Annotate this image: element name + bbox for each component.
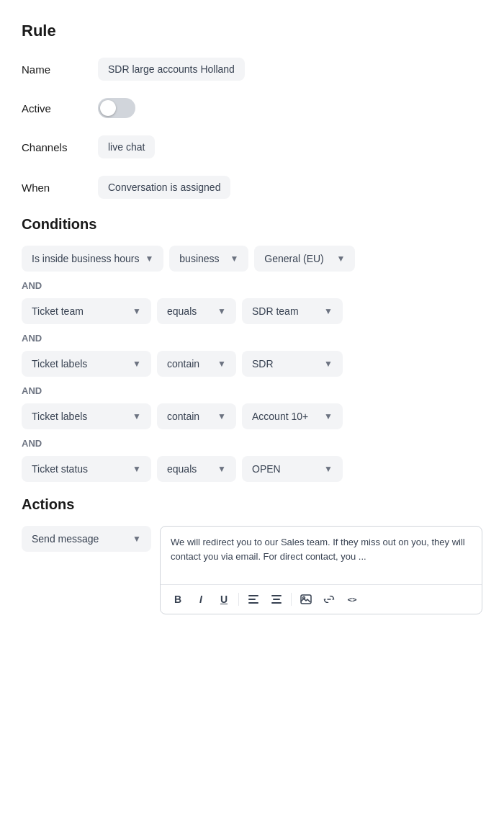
active-label: Active bbox=[22, 102, 86, 115]
condition-5-col2-dropdown[interactable]: equals ▼ bbox=[157, 456, 236, 482]
and-label-1: AND bbox=[22, 280, 482, 291]
condition-4-col2-label: contain bbox=[167, 411, 199, 422]
chevron-down-icon: ▼ bbox=[132, 359, 141, 369]
condition-4-col3-dropdown[interactable]: Account 10+ ▼ bbox=[242, 403, 343, 429]
condition-row-5: Ticket status ▼ equals ▼ OPEN ▼ bbox=[22, 456, 482, 482]
condition-2-col3-dropdown[interactable]: SDR team ▼ bbox=[242, 298, 343, 324]
condition-2-col1-label: Ticket team bbox=[32, 305, 84, 317]
chevron-down-icon: ▼ bbox=[324, 464, 333, 474]
name-label: Name bbox=[22, 63, 86, 76]
condition-row-3: Ticket labels ▼ contain ▼ SDR ▼ bbox=[22, 351, 482, 377]
condition-5-col3-label: OPEN bbox=[252, 463, 281, 475]
chevron-down-icon: ▼ bbox=[324, 359, 333, 369]
svg-rect-5 bbox=[271, 602, 282, 604]
condition-1-col1-label: Is inside business hours bbox=[32, 253, 139, 264]
svg-rect-4 bbox=[273, 599, 280, 600]
conditions-title: Conditions bbox=[22, 216, 482, 233]
and-label-2: AND bbox=[22, 333, 482, 344]
name-field-row: Name SDR large accounts Holland bbox=[22, 58, 482, 81]
condition-1-col2-label: business bbox=[179, 253, 219, 264]
align-left-button[interactable] bbox=[243, 589, 264, 609]
condition-1-col2-dropdown[interactable]: business ▼ bbox=[169, 246, 248, 272]
condition-3-col2-label: contain bbox=[167, 358, 199, 370]
action-row: Send message ▼ We will redirect you to o… bbox=[22, 526, 482, 614]
condition-2-col3-label: SDR team bbox=[252, 305, 299, 317]
svg-rect-0 bbox=[248, 595, 258, 596]
svg-rect-1 bbox=[248, 599, 256, 600]
chevron-down-icon: ▼ bbox=[217, 464, 226, 474]
channels-field-row: Channels live chat bbox=[22, 135, 482, 158]
svg-rect-2 bbox=[248, 602, 258, 604]
toolbar-separator-2 bbox=[291, 593, 292, 606]
condition-1-col3-dropdown[interactable]: General (EU) ▼ bbox=[254, 246, 355, 272]
condition-1-col3-label: General (EU) bbox=[264, 253, 323, 264]
condition-5-col1-dropdown[interactable]: Ticket status ▼ bbox=[22, 456, 151, 482]
condition-5-col2-label: equals bbox=[167, 463, 197, 475]
code-button[interactable]: <> bbox=[342, 589, 362, 609]
action-dropdown-label: Send message bbox=[32, 533, 99, 545]
condition-5-col3-dropdown[interactable]: OPEN ▼ bbox=[242, 456, 343, 482]
and-label-4: AND bbox=[22, 438, 482, 449]
chevron-down-icon: ▼ bbox=[132, 534, 141, 544]
condition-1-col1-dropdown[interactable]: Is inside business hours ▼ bbox=[22, 246, 163, 272]
toolbar-separator-1 bbox=[238, 593, 239, 606]
toggle-track[interactable] bbox=[98, 98, 135, 118]
condition-row-4: Ticket labels ▼ contain ▼ Account 10+ ▼ bbox=[22, 403, 482, 429]
active-field-row: Active bbox=[22, 98, 482, 118]
image-button[interactable] bbox=[296, 589, 316, 609]
bold-button[interactable]: B bbox=[168, 589, 188, 609]
condition-3-col3-label: SDR bbox=[252, 358, 274, 370]
condition-row-2: Ticket team ▼ equals ▼ SDR team ▼ bbox=[22, 298, 482, 324]
link-button[interactable] bbox=[319, 589, 339, 609]
condition-4-col2-dropdown[interactable]: contain ▼ bbox=[157, 403, 236, 429]
condition-3-col1-dropdown[interactable]: Ticket labels ▼ bbox=[22, 351, 151, 377]
chevron-down-icon: ▼ bbox=[132, 411, 141, 421]
condition-3-col1-label: Ticket labels bbox=[32, 358, 87, 370]
chevron-down-icon: ▼ bbox=[217, 411, 226, 421]
when-value: Conversation is assigned bbox=[98, 176, 230, 199]
condition-3-col2-dropdown[interactable]: contain ▼ bbox=[157, 351, 236, 377]
when-field-row: When Conversation is assigned bbox=[22, 176, 482, 199]
underline-button[interactable]: U bbox=[214, 589, 234, 609]
condition-2-col2-label: equals bbox=[167, 305, 197, 317]
page-title: Rule bbox=[22, 22, 482, 40]
active-toggle[interactable] bbox=[98, 98, 135, 118]
align-center-button[interactable] bbox=[266, 589, 287, 609]
channels-value: live chat bbox=[98, 135, 155, 158]
svg-rect-3 bbox=[271, 595, 282, 596]
chevron-down-icon: ▼ bbox=[217, 306, 226, 316]
condition-4-col3-label: Account 10+ bbox=[252, 411, 308, 422]
chevron-down-icon: ▼ bbox=[217, 359, 226, 369]
condition-2-col2-dropdown[interactable]: equals ▼ bbox=[157, 298, 236, 324]
message-content[interactable]: We will redirect you to our Sales team. … bbox=[161, 527, 482, 584]
message-editor[interactable]: We will redirect you to our Sales team. … bbox=[160, 526, 482, 614]
italic-button[interactable]: I bbox=[191, 589, 211, 609]
action-dropdown[interactable]: Send message ▼ bbox=[22, 526, 151, 552]
condition-row-1: Is inside business hours ▼ business ▼ Ge… bbox=[22, 246, 482, 272]
chevron-down-icon: ▼ bbox=[230, 254, 238, 264]
chevron-down-icon: ▼ bbox=[132, 306, 141, 316]
chevron-down-icon: ▼ bbox=[324, 411, 333, 421]
name-value: SDR large accounts Holland bbox=[98, 58, 245, 81]
condition-4-col1-dropdown[interactable]: Ticket labels ▼ bbox=[22, 403, 151, 429]
chevron-down-icon: ▼ bbox=[132, 464, 141, 474]
condition-2-col1-dropdown[interactable]: Ticket team ▼ bbox=[22, 298, 151, 324]
chevron-down-icon: ▼ bbox=[145, 254, 153, 264]
and-label-3: AND bbox=[22, 385, 482, 396]
chevron-down-icon: ▼ bbox=[336, 254, 345, 264]
channels-label: Channels bbox=[22, 141, 86, 153]
toggle-thumb bbox=[100, 100, 116, 116]
condition-4-col1-label: Ticket labels bbox=[32, 411, 87, 422]
when-label: When bbox=[22, 182, 86, 194]
condition-3-col3-dropdown[interactable]: SDR ▼ bbox=[242, 351, 343, 377]
chevron-down-icon: ▼ bbox=[324, 306, 333, 316]
actions-title: Actions bbox=[22, 496, 482, 513]
condition-5-col1-label: Ticket status bbox=[32, 463, 88, 475]
editor-toolbar: B I U bbox=[161, 584, 482, 614]
